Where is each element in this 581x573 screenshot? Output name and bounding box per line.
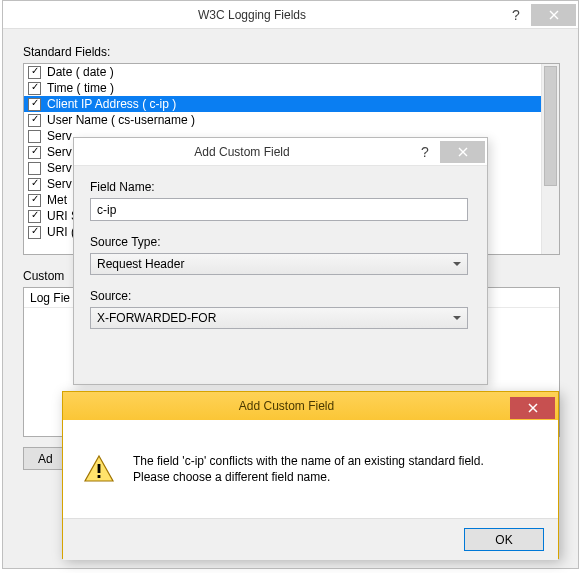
warning-close-button[interactable] (510, 397, 555, 419)
field-checkbox[interactable] (28, 210, 41, 223)
field-checkbox[interactable] (28, 162, 41, 175)
close-icon (549, 10, 559, 20)
add-dialog-titlebar: Add Custom Field ? (74, 138, 487, 166)
field-name-input[interactable]: c-ip (90, 198, 468, 221)
help-button[interactable]: ? (501, 4, 531, 26)
add-dialog-title: Add Custom Field (74, 145, 410, 159)
svg-rect-1 (98, 475, 101, 478)
warning-title: Add Custom Field (63, 399, 510, 413)
field-label: Met (47, 193, 67, 207)
add-close-button[interactable] (440, 141, 485, 163)
source-type-value: Request Header (97, 257, 184, 271)
field-checkbox[interactable] (28, 114, 41, 127)
source-type-dropdown[interactable]: Request Header (90, 253, 468, 275)
field-name-value: c-ip (97, 203, 116, 217)
warning-line1: The field 'c-ip' conflicts with the name… (133, 453, 484, 469)
main-title: W3C Logging Fields (3, 8, 501, 22)
field-label: URI ( (47, 225, 75, 239)
field-label: User Name ( cs-username ) (47, 113, 195, 127)
field-checkbox[interactable] (28, 178, 41, 191)
svg-rect-0 (98, 464, 101, 473)
warning-titlebar: Add Custom Field (63, 392, 558, 420)
source-dropdown[interactable]: X-FORWARDED-FOR (90, 307, 468, 329)
field-checkbox[interactable] (28, 98, 41, 111)
add-help-button[interactable]: ? (410, 141, 440, 163)
add-custom-button[interactable]: Ad (23, 447, 68, 470)
field-checkbox[interactable] (28, 66, 41, 79)
field-label: Time ( time ) (47, 81, 114, 95)
add-custom-field-dialog: Add Custom Field ? Field Name: c-ip Sour… (73, 137, 488, 385)
field-checkbox[interactable] (28, 226, 41, 239)
field-checkbox[interactable] (28, 194, 41, 207)
field-label: Serv (47, 161, 72, 175)
warning-dialog: Add Custom Field The field 'c-ip' confli… (62, 391, 559, 559)
field-checkbox[interactable] (28, 82, 41, 95)
source-label: Source: (90, 289, 471, 303)
field-label: Date ( date ) (47, 65, 114, 79)
close-main-button[interactable] (531, 4, 576, 26)
field-checkbox[interactable] (28, 146, 41, 159)
ok-button[interactable]: OK (464, 528, 544, 551)
chevron-down-icon (453, 262, 461, 266)
field-label: Serv (47, 177, 72, 191)
main-titlebar: W3C Logging Fields ? (3, 1, 578, 29)
close-icon (528, 403, 538, 413)
fields-scrollbar[interactable] (541, 64, 559, 254)
field-label: Serv (47, 145, 72, 159)
close-icon (458, 147, 468, 157)
warning-message: The field 'c-ip' conflicts with the name… (133, 453, 484, 485)
warning-line2: Please choose a different field name. (133, 469, 484, 485)
standard-fields-label: Standard Fields: (23, 45, 558, 59)
chevron-down-icon (453, 316, 461, 320)
field-row[interactable]: Client IP Address ( c-ip ) (24, 96, 559, 112)
field-checkbox[interactable] (28, 130, 41, 143)
field-row[interactable]: Time ( time ) (24, 80, 559, 96)
field-label: Client IP Address ( c-ip ) (47, 97, 176, 111)
field-row[interactable]: User Name ( cs-username ) (24, 112, 559, 128)
field-label: Serv (47, 129, 72, 143)
source-value: X-FORWARDED-FOR (97, 311, 216, 325)
scrollbar-thumb[interactable] (544, 66, 557, 186)
field-row[interactable]: Date ( date ) (24, 64, 559, 80)
warning-icon (83, 453, 115, 485)
source-type-label: Source Type: (90, 235, 471, 249)
field-name-label: Field Name: (90, 180, 471, 194)
